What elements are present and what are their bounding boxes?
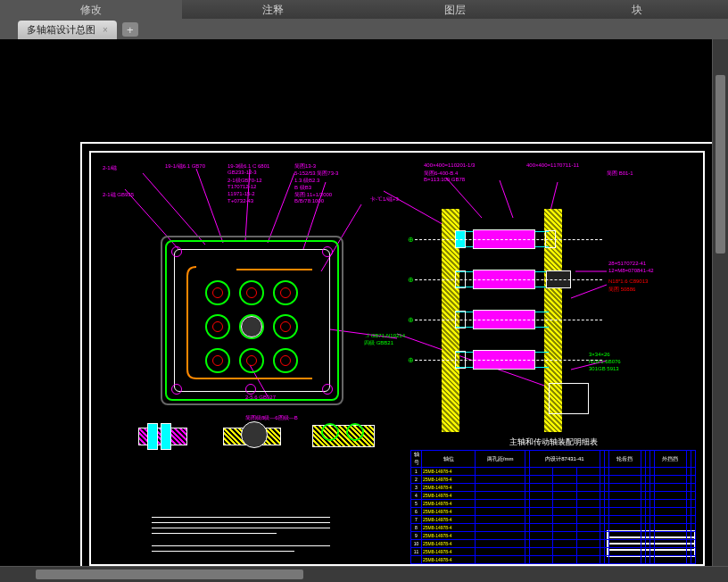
detail-views — [134, 414, 401, 472]
annotation: 12=M8=070841-42 — [608, 268, 654, 273]
parts-table: 主轴和传动轴装配明细表 轴号轴位两孔距/mm 内设计87431-41 轮齿挡 外… — [410, 436, 696, 561]
annotation: 11971-15-2 — [228, 191, 255, 196]
marker-icon: ⊕ — [408, 316, 414, 324]
vertical-scrollbar[interactable] — [712, 39, 728, 566]
annotation: 400×400=1170711-11 — [526, 162, 579, 168]
menu-block[interactable]: 块 — [546, 0, 728, 19]
drawing-canvas[interactable]: 2-1/磁 2-1磁 GB935 19-1/磁6.1 GB70 19-3级6.1… — [0, 39, 728, 582]
annotation: 400×400=110201-1/3 — [424, 162, 475, 168]
parts-table-grid: 轴号轴位两孔距/mm 内设计87431-41 轮齿挡 外挡挡 125M8-149… — [410, 450, 696, 564]
new-tab-button[interactable]: + — [122, 22, 138, 37]
annotation: 2-1磁 GB935 — [103, 191, 134, 199]
annotation: 28=5170722-41 — [608, 261, 646, 266]
marker-icon: ⊕ — [408, 236, 414, 244]
annotation: B/B/78:1000 — [294, 198, 324, 204]
tab-label: 多轴箱设计总图 — [27, 23, 95, 37]
annotation: T170712-12 — [228, 184, 256, 189]
annotation: GB233-12-3 — [228, 170, 257, 175]
annotation: N18*1.6 C89013 — [608, 279, 648, 284]
side-view: ⊕ ⊕ ⊕ ⊕ — [424, 209, 593, 432]
annotation: 四级 GBB21 — [364, 339, 393, 347]
menu-layer[interactable]: 图层 — [364, 0, 546, 19]
horizontal-scrollbar[interactable] — [0, 566, 728, 582]
front-view — [152, 227, 352, 414]
annotation: B=113:100 GB78 — [424, 177, 465, 182]
drawing-tab[interactable]: 多轴箱设计总图 × — [18, 21, 117, 39]
marker-icon: ⊕ — [408, 356, 414, 364]
marker-icon: ⊕ — [408, 276, 414, 284]
menu-modify[interactable]: 修改 — [0, 0, 182, 19]
annotation: 2-1/磁 — [103, 164, 117, 172]
menubar: 修改 注释 图层 块 — [0, 0, 728, 20]
menu-annotate[interactable]: 注释 — [182, 0, 364, 19]
annotation: T+0732-43 — [228, 198, 253, 204]
scrollbar-thumb[interactable] — [36, 570, 303, 579]
table-title: 主轴和传动轴装配明细表 — [410, 436, 696, 448]
scrollbar-thumb[interactable] — [716, 75, 725, 254]
notes-block: 注：需检查装配各段度和位置精度后整体机加工定位孔及工艺孔。 — [152, 512, 330, 552]
close-icon[interactable]: × — [103, 25, 108, 35]
annotation: اہ GB71-N10214 — [364, 332, 405, 338]
annotation: 301GB 5913 — [589, 366, 619, 371]
annotation: 19-1/磁6.1 GB70 — [165, 162, 205, 170]
annotation: 卡-℃1/磁+3 — [370, 195, 399, 204]
annotation: 简图 50886 — [608, 286, 635, 294]
tabbar: 多轴箱设计总图 × + — [0, 20, 728, 39]
annotation: 简图 B01-1 — [607, 170, 633, 178]
